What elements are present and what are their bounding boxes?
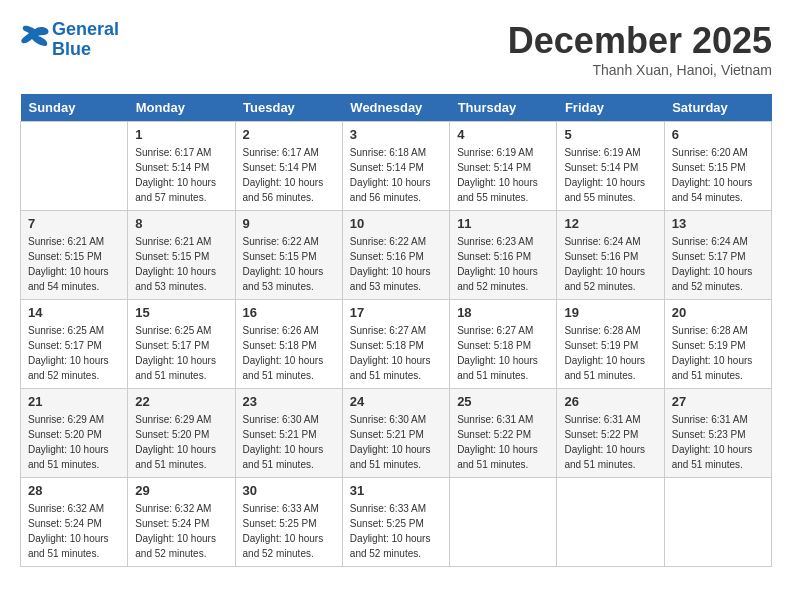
calendar-week-row: 28Sunrise: 6:32 AMSunset: 5:24 PMDayligh… [21, 478, 772, 567]
day-number: 1 [135, 127, 227, 142]
day-info: Sunrise: 6:27 AMSunset: 5:18 PMDaylight:… [457, 323, 549, 383]
day-number: 19 [564, 305, 656, 320]
calendar-cell: 5Sunrise: 6:19 AMSunset: 5:14 PMDaylight… [557, 122, 664, 211]
calendar-cell: 30Sunrise: 6:33 AMSunset: 5:25 PMDayligh… [235, 478, 342, 567]
day-number: 9 [243, 216, 335, 231]
calendar-cell: 20Sunrise: 6:28 AMSunset: 5:19 PMDayligh… [664, 300, 771, 389]
day-number: 26 [564, 394, 656, 409]
day-number: 14 [28, 305, 120, 320]
calendar-cell: 22Sunrise: 6:29 AMSunset: 5:20 PMDayligh… [128, 389, 235, 478]
day-number: 25 [457, 394, 549, 409]
day-number: 28 [28, 483, 120, 498]
calendar-cell [21, 122, 128, 211]
day-number: 21 [28, 394, 120, 409]
day-number: 3 [350, 127, 442, 142]
day-info: Sunrise: 6:30 AMSunset: 5:21 PMDaylight:… [243, 412, 335, 472]
day-info: Sunrise: 6:22 AMSunset: 5:16 PMDaylight:… [350, 234, 442, 294]
day-number: 5 [564, 127, 656, 142]
calendar-cell: 26Sunrise: 6:31 AMSunset: 5:22 PMDayligh… [557, 389, 664, 478]
header-wednesday: Wednesday [342, 94, 449, 122]
calendar-cell: 18Sunrise: 6:27 AMSunset: 5:18 PMDayligh… [450, 300, 557, 389]
header-thursday: Thursday [450, 94, 557, 122]
day-info: Sunrise: 6:27 AMSunset: 5:18 PMDaylight:… [350, 323, 442, 383]
day-number: 16 [243, 305, 335, 320]
day-info: Sunrise: 6:30 AMSunset: 5:21 PMDaylight:… [350, 412, 442, 472]
calendar-header-row: SundayMondayTuesdayWednesdayThursdayFrid… [21, 94, 772, 122]
day-info: Sunrise: 6:26 AMSunset: 5:18 PMDaylight:… [243, 323, 335, 383]
month-title: December 2025 [508, 20, 772, 62]
calendar-cell [664, 478, 771, 567]
calendar-cell: 19Sunrise: 6:28 AMSunset: 5:19 PMDayligh… [557, 300, 664, 389]
day-info: Sunrise: 6:23 AMSunset: 5:16 PMDaylight:… [457, 234, 549, 294]
day-number: 27 [672, 394, 764, 409]
day-number: 29 [135, 483, 227, 498]
calendar-cell: 29Sunrise: 6:32 AMSunset: 5:24 PMDayligh… [128, 478, 235, 567]
day-info: Sunrise: 6:24 AMSunset: 5:17 PMDaylight:… [672, 234, 764, 294]
day-info: Sunrise: 6:22 AMSunset: 5:15 PMDaylight:… [243, 234, 335, 294]
day-info: Sunrise: 6:21 AMSunset: 5:15 PMDaylight:… [135, 234, 227, 294]
logo-bird-icon [20, 25, 50, 50]
location: Thanh Xuan, Hanoi, Vietnam [508, 62, 772, 78]
day-info: Sunrise: 6:29 AMSunset: 5:20 PMDaylight:… [28, 412, 120, 472]
header-tuesday: Tuesday [235, 94, 342, 122]
day-info: Sunrise: 6:20 AMSunset: 5:15 PMDaylight:… [672, 145, 764, 205]
logo-text-line2: Blue [52, 40, 119, 60]
calendar-week-row: 21Sunrise: 6:29 AMSunset: 5:20 PMDayligh… [21, 389, 772, 478]
calendar-cell: 21Sunrise: 6:29 AMSunset: 5:20 PMDayligh… [21, 389, 128, 478]
header-saturday: Saturday [664, 94, 771, 122]
day-number: 22 [135, 394, 227, 409]
calendar-cell: 15Sunrise: 6:25 AMSunset: 5:17 PMDayligh… [128, 300, 235, 389]
day-info: Sunrise: 6:29 AMSunset: 5:20 PMDaylight:… [135, 412, 227, 472]
calendar-cell: 7Sunrise: 6:21 AMSunset: 5:15 PMDaylight… [21, 211, 128, 300]
calendar-cell: 3Sunrise: 6:18 AMSunset: 5:14 PMDaylight… [342, 122, 449, 211]
calendar-cell: 14Sunrise: 6:25 AMSunset: 5:17 PMDayligh… [21, 300, 128, 389]
day-number: 31 [350, 483, 442, 498]
day-info: Sunrise: 6:28 AMSunset: 5:19 PMDaylight:… [672, 323, 764, 383]
day-info: Sunrise: 6:32 AMSunset: 5:24 PMDaylight:… [135, 501, 227, 561]
day-number: 24 [350, 394, 442, 409]
day-number: 4 [457, 127, 549, 142]
header-friday: Friday [557, 94, 664, 122]
day-number: 17 [350, 305, 442, 320]
day-number: 18 [457, 305, 549, 320]
day-number: 30 [243, 483, 335, 498]
header-sunday: Sunday [21, 94, 128, 122]
day-info: Sunrise: 6:28 AMSunset: 5:19 PMDaylight:… [564, 323, 656, 383]
day-info: Sunrise: 6:31 AMSunset: 5:22 PMDaylight:… [564, 412, 656, 472]
calendar-cell: 28Sunrise: 6:32 AMSunset: 5:24 PMDayligh… [21, 478, 128, 567]
calendar-cell: 16Sunrise: 6:26 AMSunset: 5:18 PMDayligh… [235, 300, 342, 389]
calendar-cell: 12Sunrise: 6:24 AMSunset: 5:16 PMDayligh… [557, 211, 664, 300]
day-number: 8 [135, 216, 227, 231]
calendar-cell: 13Sunrise: 6:24 AMSunset: 5:17 PMDayligh… [664, 211, 771, 300]
day-info: Sunrise: 6:17 AMSunset: 5:14 PMDaylight:… [243, 145, 335, 205]
day-info: Sunrise: 6:25 AMSunset: 5:17 PMDaylight:… [135, 323, 227, 383]
calendar-week-row: 1Sunrise: 6:17 AMSunset: 5:14 PMDaylight… [21, 122, 772, 211]
day-info: Sunrise: 6:31 AMSunset: 5:22 PMDaylight:… [457, 412, 549, 472]
calendar-week-row: 14Sunrise: 6:25 AMSunset: 5:17 PMDayligh… [21, 300, 772, 389]
calendar-cell [557, 478, 664, 567]
title-block: December 2025 Thanh Xuan, Hanoi, Vietnam [508, 20, 772, 78]
day-info: Sunrise: 6:33 AMSunset: 5:25 PMDaylight:… [350, 501, 442, 561]
day-number: 7 [28, 216, 120, 231]
day-info: Sunrise: 6:24 AMSunset: 5:16 PMDaylight:… [564, 234, 656, 294]
day-info: Sunrise: 6:21 AMSunset: 5:15 PMDaylight:… [28, 234, 120, 294]
calendar-cell: 8Sunrise: 6:21 AMSunset: 5:15 PMDaylight… [128, 211, 235, 300]
day-number: 12 [564, 216, 656, 231]
calendar-cell: 9Sunrise: 6:22 AMSunset: 5:15 PMDaylight… [235, 211, 342, 300]
day-number: 11 [457, 216, 549, 231]
logo-text-line1: General [52, 20, 119, 40]
day-info: Sunrise: 6:19 AMSunset: 5:14 PMDaylight:… [457, 145, 549, 205]
day-info: Sunrise: 6:19 AMSunset: 5:14 PMDaylight:… [564, 145, 656, 205]
day-info: Sunrise: 6:25 AMSunset: 5:17 PMDaylight:… [28, 323, 120, 383]
calendar-cell: 24Sunrise: 6:30 AMSunset: 5:21 PMDayligh… [342, 389, 449, 478]
day-number: 20 [672, 305, 764, 320]
logo: General Blue [20, 20, 119, 60]
day-number: 13 [672, 216, 764, 231]
calendar-cell: 25Sunrise: 6:31 AMSunset: 5:22 PMDayligh… [450, 389, 557, 478]
calendar-cell: 27Sunrise: 6:31 AMSunset: 5:23 PMDayligh… [664, 389, 771, 478]
calendar-cell: 10Sunrise: 6:22 AMSunset: 5:16 PMDayligh… [342, 211, 449, 300]
page-header: General Blue December 2025 Thanh Xuan, H… [20, 20, 772, 78]
calendar-cell: 31Sunrise: 6:33 AMSunset: 5:25 PMDayligh… [342, 478, 449, 567]
day-number: 15 [135, 305, 227, 320]
day-number: 6 [672, 127, 764, 142]
